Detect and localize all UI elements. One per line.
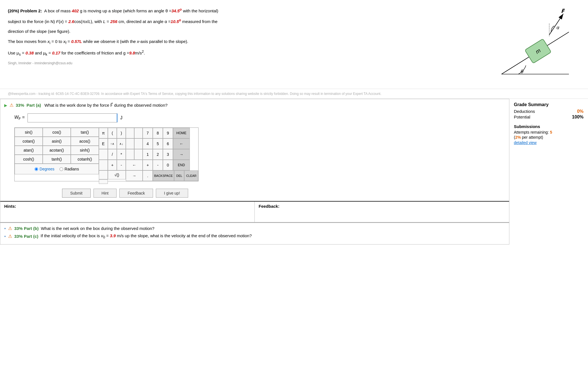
btn-1[interactable]: 1 xyxy=(143,149,153,160)
attempts-row: Attempts remaining: 5 xyxy=(514,130,584,134)
clear-btn[interactable]: CLEAR xyxy=(184,170,198,181)
right-nav-btn[interactable]: → xyxy=(173,149,190,160)
cotanh-btn[interactable]: cotanh() xyxy=(71,155,99,164)
instructor-info: Singh, Imninder - imnindersingh@csus.edu xyxy=(8,60,479,66)
btn-2[interactable]: 2 xyxy=(153,149,163,160)
btn-4[interactable]: 4 xyxy=(143,138,153,149)
down-arrow-btn[interactable]: ∧↓ xyxy=(117,138,126,149)
num-row-5: . BACKSPACE DEL CLEAR xyxy=(143,170,198,181)
btn-0[interactable]: 0 xyxy=(163,160,173,170)
tan-btn[interactable]: tan() xyxy=(71,128,99,137)
home-btn[interactable]: HOME xyxy=(173,128,190,138)
btn-8[interactable]: 8 xyxy=(153,128,163,138)
part-b-icon: ▪ xyxy=(4,226,6,231)
submissions-block: Submissions Attempts remaining: 5 (2% pe… xyxy=(514,124,584,145)
cotan-btn[interactable]: cotan() xyxy=(15,137,43,146)
acotan-btn[interactable]: acotan() xyxy=(43,146,71,155)
atan-btn[interactable]: atan() xyxy=(15,146,43,155)
warning-icon-b: ⚠ xyxy=(8,226,12,231)
plus-num-btn[interactable]: + xyxy=(143,160,153,170)
blank-6 xyxy=(134,128,143,138)
per-attempt-val: 2% xyxy=(515,135,521,140)
acos-btn[interactable]: acos() xyxy=(71,137,99,146)
part-b-label: 33% Part (b) xyxy=(14,226,39,231)
left-nav-btn[interactable]: ← xyxy=(173,138,190,149)
sinh-btn[interactable]: sinh() xyxy=(71,146,99,155)
degrees-radio[interactable] xyxy=(35,167,38,171)
potential-value: 100% xyxy=(572,115,584,120)
diagram-area: θ m F⃗ α xyxy=(485,7,580,85)
feedback-label: Feedback: xyxy=(259,204,279,209)
function-buttons: sin() cos() tan() cotan() asin() acos() … xyxy=(15,128,99,181)
answer-input[interactable] xyxy=(28,113,117,122)
problem-statement-5: Use μs = 0.38 and μk = 0.17 for the coef… xyxy=(8,49,479,58)
radians-label[interactable]: Radians xyxy=(60,167,79,171)
detailed-view-link[interactable]: detailed view xyxy=(514,140,584,145)
cos-btn[interactable]: cos() xyxy=(43,128,71,137)
num-row-4: + - 0 END xyxy=(143,160,198,170)
feedback-button[interactable]: Feedback xyxy=(119,189,153,198)
arrow-left-row: ← xyxy=(126,160,143,170)
problem-area: (20%) Problem 2: A box of mass 402 g is … xyxy=(0,0,588,89)
ops-row-2: + - xyxy=(99,160,126,170)
multiply-btn[interactable]: * xyxy=(117,149,126,160)
del-btn[interactable]: DEL xyxy=(174,170,184,181)
submissions-title: Submissions xyxy=(514,124,584,129)
num-row-1: 7 8 9 HOME xyxy=(143,128,198,138)
part-a-label: 33% Part (a) xyxy=(16,103,41,108)
L-value: 256 xyxy=(109,19,117,24)
end-btn[interactable]: END xyxy=(173,160,190,170)
btn-3[interactable]: 3 xyxy=(163,149,173,160)
radians-radio[interactable] xyxy=(60,167,63,171)
backspace-btn[interactable]: BACKSPACE xyxy=(153,170,174,181)
hints-feedback-row: Hints: Feedback: xyxy=(0,201,509,222)
grade-summary-title: Grade Summary xyxy=(514,102,584,107)
page-container: (20%) Problem 2: A box of mass 402 g is … xyxy=(0,0,588,245)
mass-value: 402 xyxy=(72,8,79,13)
warning-icon-c: ⚠ xyxy=(8,234,12,239)
btn-6[interactable]: 6 xyxy=(163,138,173,149)
divide-btn[interactable]: / xyxy=(108,149,117,160)
sqrt-btn[interactable]: √() xyxy=(108,170,126,179)
minus-num-btn[interactable]: - xyxy=(153,160,163,170)
give-up-button[interactable]: I give up! xyxy=(156,189,188,198)
part-c-row: ▪ ⚠ 33% Part (c) If the initial velocity… xyxy=(4,233,505,239)
open-paren-btn[interactable]: ( xyxy=(108,128,117,138)
problem-statement-1: (20%) Problem 2: A box of mass 402 g is … xyxy=(8,7,479,15)
pi-btn[interactable]: π xyxy=(99,128,108,138)
btn-9[interactable]: 9 xyxy=(163,128,173,138)
problem-statement-3: direction of the slope (see figure). xyxy=(8,28,479,35)
sin-btn[interactable]: sin() xyxy=(15,128,43,137)
hints-label: Hints: xyxy=(4,204,16,209)
btn-5[interactable]: 5 xyxy=(153,138,163,149)
problem-text: (20%) Problem 2: A box of mass 402 g is … xyxy=(8,7,479,85)
svg-text:F⃗: F⃗ xyxy=(561,8,565,14)
arrow-column: ← → xyxy=(126,128,143,181)
minus-btn[interactable]: - xyxy=(117,160,126,170)
plus-btn[interactable]: + xyxy=(108,160,117,170)
asin-btn[interactable]: asin() xyxy=(43,137,71,146)
btn-7[interactable]: 7 xyxy=(143,128,153,138)
deductions-row: Deductions 0% xyxy=(514,109,584,114)
tanh-btn[interactable]: tanh() xyxy=(43,155,71,164)
deductions-value: 0% xyxy=(577,109,584,114)
up-arrow-btn[interactable]: ↑∧ xyxy=(108,138,117,149)
feedback-col: Feedback: xyxy=(255,202,509,222)
arrow-right-btn[interactable]: → xyxy=(126,170,143,181)
answer-row: WF = J xyxy=(0,111,509,126)
alpha-value: 10.5 xyxy=(171,19,179,24)
dot-btn[interactable]: . xyxy=(143,170,153,181)
part-b-c-section: ▪ ⚠ 33% Part (b) What is the net work on… xyxy=(0,222,509,244)
submit-button[interactable]: Submit xyxy=(62,189,91,198)
hint-button[interactable]: Hint xyxy=(94,189,117,198)
bottom-buttons: Submit Hint Feedback I give up! xyxy=(0,186,509,201)
empty-arrows-3 xyxy=(126,149,143,160)
e-btn[interactable]: E xyxy=(99,138,108,149)
blank-3 xyxy=(99,170,108,179)
e-arrows-row: E ↑∧ ∧↓ xyxy=(99,138,126,149)
cosh-btn[interactable]: cosh() xyxy=(15,155,43,164)
detailed-view-anchor[interactable]: detailed view xyxy=(514,140,537,145)
close-paren-btn[interactable]: ) xyxy=(117,128,126,138)
arrow-left-btn[interactable]: ← xyxy=(126,160,143,170)
degrees-label[interactable]: Degrees xyxy=(35,167,54,171)
